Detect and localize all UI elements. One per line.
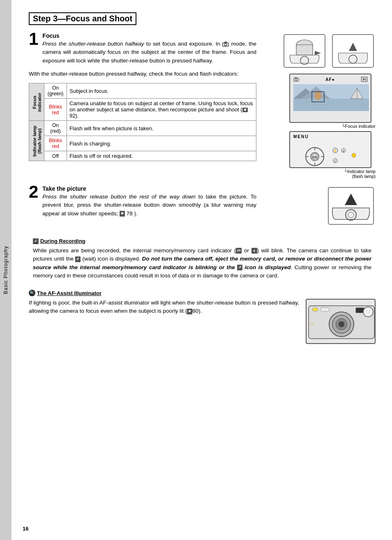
svg-rect-2 (224, 42, 227, 43)
svg-rect-5 (296, 45, 313, 55)
af-text-end: ). (198, 308, 202, 314)
svg-marker-39 (345, 194, 357, 205)
af-text: If lighting is poor, the built-in AF-ass… (29, 299, 299, 344)
step1-body: Press the shutter-release button halfway… (42, 40, 256, 65)
viewfinder-content: AF● IN (290, 74, 371, 114)
af-camera-svg (307, 300, 376, 344)
vf-camera-small-icon (293, 77, 299, 82)
focus-indicator-label: └Focus indicator (289, 124, 376, 129)
halfpress-intro: With the shutter-release button pressed … (29, 70, 256, 78)
step1-number: 1 (29, 30, 38, 65)
step2-shutter-illus (326, 185, 376, 226)
focus-desc-on: Subject in focus. (67, 83, 256, 99)
step2-container: 2 Take the picture Press the shutter rel… (29, 185, 256, 218)
focus-blinks-end: ). (75, 113, 78, 119)
svg-text:±: ± (343, 149, 345, 153)
flash-desc-blinks: Flash is charging. (67, 136, 256, 151)
step2-number: 2 (29, 183, 38, 218)
step1-italic: Press the shutter-release button halfway (42, 41, 144, 47)
flash-state-on: On (red) (44, 121, 67, 136)
step2-row: 2 Take the picture Press the shutter rel… (29, 185, 376, 226)
flash-row-header: Indicator lamp(flash lamp) (29, 121, 44, 161)
svg-rect-18 (293, 99, 369, 111)
step1-container: 1 Focus Press the shutter-release button… (29, 32, 256, 65)
svg-rect-13 (295, 77, 297, 78)
flash-state-off: Off (44, 151, 67, 161)
ref-icon-78: ✱ (120, 211, 125, 217)
svg-rect-47 (313, 308, 318, 311)
dr-text2: or (242, 247, 251, 254)
svg-marker-9 (349, 43, 357, 51)
half-press-illus (282, 32, 327, 69)
step1-content: Focus Press the shutter-release button h… (42, 32, 256, 65)
step2-title: Take the picture (42, 185, 256, 192)
step2-illus-wrap (265, 185, 376, 226)
af-assist-box: 🔍 The AF-Assist Illuminator If lighting … (29, 290, 376, 344)
af-content-row: If lighting is poor, the built-in AF-ass… (29, 299, 376, 344)
flash-desc-off: Flash is off or not required. (67, 151, 256, 161)
dr-text1: While pictures are being recorded, the i… (33, 247, 236, 254)
full-press-illus-top (330, 32, 376, 69)
vf-af-text: AF● (325, 77, 334, 82)
focus-indicator-text: └Focus indicator (342, 124, 376, 129)
af-text-main: If lighting is poor, the built-in AF-ass… (29, 300, 299, 314)
step2-ref: 78 (127, 210, 133, 217)
af-ref-icon: ✱ (187, 309, 192, 314)
dr-text4: (wait) icon is displayed. (81, 256, 142, 262)
table-row-flash-1: Indicator lamp(flash lamp) On (red) Flas… (29, 121, 256, 136)
svg-marker-6 (315, 51, 321, 55)
during-recording-title: During Recording (40, 238, 85, 244)
svg-point-12 (295, 78, 297, 81)
svg-text:⚡: ⚡ (333, 149, 337, 153)
focus-desc-blinks: Camera unable to focus on subject at cen… (67, 99, 256, 121)
svg-text:○: ○ (334, 159, 337, 163)
af-camera-box (306, 299, 376, 344)
svg-point-46 (339, 321, 344, 327)
focus-blinks-ref: 92 (69, 113, 75, 119)
af-illus (306, 299, 376, 344)
step2-end: ). (134, 210, 138, 217)
step1-row: 1 Focus Press the shutter-release button… (29, 32, 376, 179)
svg-point-50 (363, 307, 373, 317)
dr-icon4: ✗ (237, 265, 242, 270)
during-recording-header: ✓ During Recording (33, 238, 371, 244)
step2-body: Press the shutter release button the res… (42, 193, 256, 218)
svg-rect-49 (356, 308, 364, 313)
af-assist-title: The AF-Assist Illuminator (37, 290, 101, 296)
svg-point-21 (315, 92, 321, 100)
shutter-illus-pair (282, 32, 376, 69)
indicator-lamp-box: MENU OK (289, 131, 371, 168)
af-ref: 80 (192, 308, 198, 314)
dr-icon2: ▲ (251, 248, 257, 254)
focus-header-label: Focusindicator (32, 92, 42, 111)
vf-memory-icon: IN (361, 77, 367, 82)
focus-row-header: Focusindicator (29, 83, 44, 121)
focus-table: Focusindicator On (green) Subject in foc… (29, 83, 256, 161)
svg-rect-48 (321, 308, 329, 311)
table-row-flash-2: Blinks red Flash is charging. (29, 136, 256, 151)
page-title: Step 3—Focus and Shoot (29, 12, 136, 25)
ref-icon-92: ✱ (242, 108, 248, 112)
recording-icon: ✓ (33, 238, 39, 244)
sidebar: Basic Photography (0, 0, 12, 540)
step2-left: 2 Take the picture Press the shutter rel… (29, 185, 256, 223)
vf-scene-svg (293, 84, 369, 111)
svg-text:OK: OK (312, 155, 317, 159)
camera-auto-icon (222, 42, 229, 47)
step1-left: 1 Focus Press the shutter-release button… (29, 32, 256, 164)
table-row-flash-3: Off Flash is off or not required. (29, 151, 256, 161)
page-number: 16 (23, 526, 28, 532)
step1-title: Focus (42, 32, 256, 39)
sidebar-label: Basic Photography (3, 246, 9, 294)
step2-content: Take the picture Press the shutter relea… (42, 185, 256, 218)
vf-top-bar: AF● IN (293, 77, 367, 82)
during-recording-text: While pictures are being recorded, the i… (33, 247, 371, 280)
flash-desc-on: Flash will fire when picture is taken. (67, 121, 256, 136)
indicator-lamp-label: └Indicator lamp (flash lamp) (289, 169, 376, 179)
table-row-focus-1: Focusindicator On (green) Subject in foc… (29, 83, 256, 99)
step1-illustrations: AF● IN (265, 32, 376, 179)
viewfinder-section: AF● IN (289, 74, 376, 179)
main-content: Step 3—Focus and Shoot 1 Focus Press the… (29, 12, 376, 344)
dr-icon3: ✗ (75, 256, 81, 262)
svg-point-37 (352, 153, 356, 157)
